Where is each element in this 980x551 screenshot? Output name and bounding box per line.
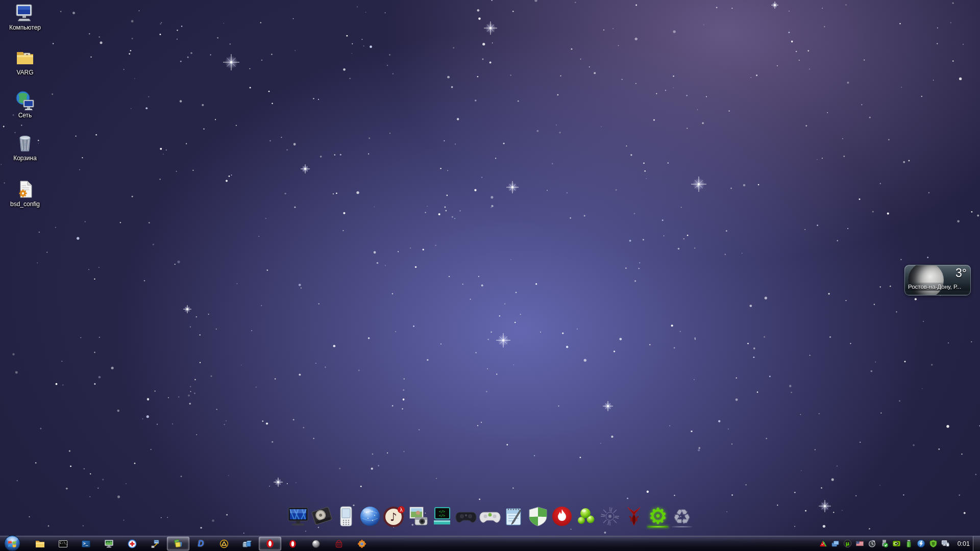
taskbar-medical-cross-button[interactable] (120, 536, 143, 551)
tray-utorrent-icon[interactable]: µ (843, 539, 852, 548)
dock-code-terminal-icon[interactable]: </> </> (431, 503, 453, 528)
desktop-icon-label: Сеть (4, 112, 46, 119)
taskbar-media-monitor-button[interactable] (97, 536, 120, 551)
dock-music-badge-icon[interactable]: ♪ λ (383, 503, 405, 528)
desktop-icon-label: VARG (4, 69, 46, 76)
system-tray: µ (819, 536, 973, 551)
svg-text:λ: λ (400, 507, 403, 513)
red-outline-icon (334, 539, 344, 548)
starfield-wallpaper (0, 0, 980, 551)
taskbar-pinned-apps: C:\_ >_ (29, 536, 373, 551)
weather-temperature: 3° (955, 266, 967, 280)
download-master-icon: D (198, 540, 204, 548)
dock-green-molecule-icon[interactable] (575, 503, 597, 528)
tray-scheduler-timer-icon[interactable] (868, 539, 876, 548)
dock-photos-camera-icon[interactable] (407, 503, 429, 528)
tray-nvidia-icon[interactable] (892, 539, 901, 548)
tray-green-shield-icon[interactable] (929, 539, 938, 548)
taskbar-cmd-button[interactable]: C:\_ (52, 536, 75, 551)
taskbar-launcher-button[interactable] (143, 536, 166, 551)
dock-flame-circle-icon[interactable] (551, 503, 573, 528)
tray-language-flag-us-icon[interactable] (855, 539, 864, 548)
svg-text:µ: µ (845, 541, 849, 546)
medical-cross-icon (128, 539, 137, 548)
gear-icon: ⚙ (648, 506, 668, 527)
triangle-badge-icon (219, 539, 229, 548)
tray-network-icon[interactable] (941, 539, 950, 548)
svg-text:♪: ♪ (390, 511, 397, 523)
gear-glow (647, 526, 669, 528)
desktop-icon-computer[interactable]: Компьютер (4, 2, 46, 31)
taskbar-clock[interactable]: 0:01 (953, 540, 973, 547)
recycle-glow (672, 526, 692, 528)
config-file-icon (14, 179, 36, 200)
dock-recycle-outline-icon[interactable]: ♻ (671, 503, 693, 528)
taskbar-desktops-stack-button[interactable] (166, 536, 189, 551)
dock-ghost-burst-icon[interactable] (599, 503, 621, 528)
taskbar-triangle-badge-button[interactable] (212, 536, 235, 551)
taskbar-red-outline-button[interactable] (327, 536, 350, 551)
recycle-icon: ♻ (673, 507, 691, 527)
computer-icon (14, 2, 36, 23)
network-icon (14, 90, 36, 111)
weather-location: Ростов-на-Дону, Р... (905, 283, 970, 291)
tray-green-usb-stick-icon[interactable] (904, 539, 913, 548)
dock-notepad-pen-icon[interactable] (503, 503, 525, 528)
desktop-icon-recycle-bin[interactable]: Корзина (4, 133, 46, 162)
taskbar: C:\_ >_ (0, 536, 980, 551)
show-desktop-button[interactable] (973, 536, 980, 551)
dock-globe-icon[interactable] (359, 503, 381, 528)
taskbar-powershell-button[interactable]: >_ (75, 536, 97, 551)
desktop-icon-label: Компьютер (4, 24, 46, 31)
media-monitor-icon (104, 539, 114, 548)
powershell-icon: >_ (82, 540, 90, 547)
taskbar-opera-secondary-button[interactable] (281, 536, 304, 551)
dock-shield-quarters-icon[interactable] (527, 503, 549, 528)
file-servers-icon (242, 539, 252, 548)
dock-gamepad-dark-icon[interactable] (455, 503, 477, 528)
tray-peak-app-icon[interactable] (819, 539, 827, 548)
taskbar-opera-button[interactable] (258, 536, 281, 551)
tray-lightning-circle-icon[interactable] (917, 539, 925, 548)
active-button-frame (167, 537, 189, 550)
command-prompt-icon: C:\_ (59, 540, 67, 547)
svg-text:</>: </> (439, 514, 446, 518)
dock-tribal-demon-icon[interactable] (623, 503, 645, 528)
opera-icon (265, 539, 275, 548)
dock-gamepad-light-icon[interactable] (479, 503, 501, 528)
taskbar-download-master-button[interactable]: D (189, 536, 212, 551)
dock-display-icon[interactable] (287, 503, 309, 528)
gray-ball-icon (311, 539, 321, 548)
opera-icon (288, 539, 297, 548)
desktops-stack-icon (173, 539, 183, 548)
dock: ♪ λ </> </> (287, 503, 693, 528)
desktop-icon-label: Корзина (4, 155, 46, 162)
desktop: Компьютер VARG (0, 0, 980, 551)
desktop-icon-varg[interactable]: VARG (4, 47, 46, 76)
desktop-icon-bsd-config[interactable]: bsd_config (4, 179, 46, 208)
desktop-icon-label: bsd_config (4, 201, 46, 208)
taskbar-gray-ball-button[interactable] (304, 536, 327, 551)
launcher-arrow-icon (151, 539, 160, 548)
ornate-star-icon (357, 539, 366, 548)
svg-text:</>: </> (439, 510, 446, 514)
user-folder-icon (14, 47, 36, 68)
taskbar-explorer-button[interactable] (29, 536, 52, 551)
recycle-bin-icon (14, 133, 36, 154)
weather-gadget[interactable]: 3° Ростов-на-Дону, Р... (904, 265, 971, 295)
dock-mobile-device-icon[interactable] (335, 503, 357, 528)
tray-blue-folders-icon[interactable] (831, 539, 840, 548)
dock-green-gear-icon[interactable]: ⚙ (647, 503, 669, 528)
taskbar-file-servers-button[interactable] (235, 536, 258, 551)
tray-safely-remove-usb-icon[interactable] (880, 539, 889, 548)
start-button[interactable] (4, 535, 21, 551)
moon-icon (908, 265, 944, 295)
dock-hard-drive-icon[interactable] (311, 503, 333, 528)
desktop-icon-network[interactable]: Сеть (4, 90, 46, 119)
active-button-frame (259, 537, 281, 550)
taskbar-ornate-star-button[interactable] (350, 536, 373, 551)
